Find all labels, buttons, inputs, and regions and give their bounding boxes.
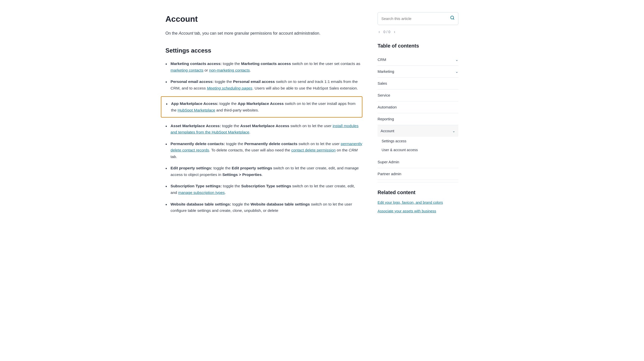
non-marketing-contacts-link[interactable]: non-marketing contacts (209, 68, 250, 72)
list-item-subscription-type: Subscription Type settings: toggle the S… (165, 183, 362, 196)
bold-middle: App Marketplace Access (238, 101, 284, 106)
svg-line-1 (453, 18, 454, 19)
list-item-edit-property: Edit property settings: toggle the Edit … (165, 165, 362, 178)
page-layout: Account On the Account tab, you can set … (145, 0, 499, 229)
related-title: Related content (378, 188, 458, 196)
toc-item-crm: CRM ⌄ (378, 54, 458, 66)
search-icon (450, 15, 455, 22)
toc-item-row-account[interactable]: Account ⌄ (378, 125, 458, 137)
list-item-permanently-delete: Permanently delete contacts: toggle the … (165, 141, 362, 160)
list-item-content: Subscription Type settings: toggle the S… (170, 183, 362, 196)
list-item-content: Permanently delete contacts: toggle the … (170, 141, 362, 160)
sidebar: ‹ 0 / 0 › Table of contents CRM ⌄ Market… (378, 10, 458, 219)
related-link-logo-favicon[interactable]: Edit your logo, favicon, and brand color… (378, 200, 458, 206)
intro-prefix: On the (165, 31, 179, 35)
list-item-personal-email: Personal email access: toggle the Person… (165, 78, 362, 91)
chevron-down-icon: ⌄ (455, 57, 458, 62)
toc-divider (378, 182, 458, 182)
search-input[interactable] (381, 16, 450, 21)
toc-item-account: Account ⌄ Settings access User & account… (378, 125, 458, 156)
list-item-content: Asset Marketplace Access: toggle the Ass… (170, 123, 362, 136)
toc-item-row-marketing[interactable]: Marketing ⌄ (378, 66, 458, 78)
bold-middle: Subscription Type settings (241, 184, 291, 188)
toc-label-automation: Automation (378, 104, 397, 110)
list-item-content: Edit property settings: toggle the Edit … (170, 165, 362, 178)
toc-sub-list-account: Settings access User & account access (378, 137, 458, 156)
intro-suffix: tab, you can set more granular permissio… (193, 31, 320, 35)
toc-sub-item-settings-access[interactable]: Settings access (382, 137, 458, 145)
list-item-website-database: Website database table settings: toggle … (165, 201, 362, 214)
page-title: Account (165, 13, 362, 26)
toc-item-automation: Automation (378, 101, 458, 113)
bold-end: Settings > Properties (222, 172, 261, 177)
bold-middle: Permanently delete contacts (244, 142, 297, 146)
toc-label-service: Service (378, 92, 390, 98)
toc-label-crm: CRM (378, 57, 386, 63)
bold-middle: Edit property settings (232, 166, 272, 170)
list-item-asset-marketplace: Asset Marketplace Access: toggle the Ass… (165, 123, 362, 136)
related-link-associate-assets[interactable]: Associate your assets with business (378, 209, 458, 214)
intro-italic: Account (179, 31, 193, 35)
bold-middle: Asset Marketplace Access (240, 124, 289, 128)
toc-label-reporting: Reporting (378, 116, 394, 122)
toc-item-row-service[interactable]: Service (378, 89, 458, 101)
toc-label-marketing: Marketing (378, 69, 394, 75)
toc-label-account: Account (381, 128, 394, 134)
toc-item-row-super-admin[interactable]: Super Admin (378, 156, 458, 168)
page-intro: On the Account tab, you can set more gra… (165, 30, 362, 37)
bold-label: Website database table settings: (170, 202, 231, 206)
bold-label: App Marketplace Access: (171, 101, 218, 106)
crm-italic: CRM (349, 148, 358, 152)
toc-label-sales: Sales (378, 80, 387, 86)
search-prev-button[interactable]: ‹ (378, 29, 381, 35)
toc-label-partner-admin: Partner admin (378, 171, 401, 177)
marketing-contacts-link[interactable]: marketing contacts (170, 68, 203, 72)
list-item-marketing-contacts: Marketing contacts access: toggle the Ma… (165, 60, 362, 73)
toc-item-row-automation[interactable]: Automation (378, 101, 458, 113)
list-item-app-marketplace: App Marketplace Access: toggle the App M… (161, 96, 362, 117)
search-next-button[interactable]: › (393, 29, 396, 35)
main-content: Account On the Account tab, you can set … (165, 10, 362, 219)
toc-item-row-sales[interactable]: Sales (378, 78, 458, 89)
related-content: Related content Edit your logo, favicon,… (378, 188, 458, 214)
contact-delete-permission-link[interactable]: contact delete permission (291, 148, 336, 152)
bullet-list: Marketing contacts access: toggle the Ma… (165, 60, 362, 214)
list-item-content: Personal email access: toggle the Person… (170, 78, 362, 91)
toc-sub-item-user-account-access[interactable]: User & account access (382, 146, 458, 154)
bold-label: Marketing contacts access: (170, 61, 221, 66)
toc-container: Table of contents CRM ⌄ Marketing ⌄ (378, 42, 458, 180)
chevron-down-icon: ⌄ (455, 69, 458, 74)
toc-item-service: Service (378, 89, 458, 101)
search-count: 0 / 0 (383, 29, 390, 35)
manage-subscription-types-link[interactable]: manage subscription types (178, 190, 225, 195)
toc-title: Table of contents (378, 42, 458, 50)
toc-item-marketing: Marketing ⌄ (378, 66, 458, 78)
toc-item-super-admin: Super Admin (378, 156, 458, 168)
list-item-content: Marketing contacts access: toggle the Ma… (170, 60, 362, 73)
hubspot-marketplace-link[interactable]: HubSpot Marketplace (178, 108, 215, 112)
chevron-down-icon: ⌄ (452, 128, 455, 134)
toc-item-row-reporting[interactable]: Reporting (378, 113, 458, 125)
bold-label: Asset Marketplace Access: (170, 124, 221, 128)
toc-item-sales: Sales (378, 78, 458, 89)
meeting-scheduling-link[interactable]: Meeting scheduling pages (207, 86, 252, 90)
section-heading: Settings access (165, 46, 362, 55)
toc-label-super-admin: Super Admin (378, 159, 399, 165)
list-item-content: App Marketplace Access: toggle the App M… (171, 100, 357, 113)
bold-label: Permanently delete contacts: (170, 142, 225, 146)
bold-middle: Website database table settings (251, 202, 310, 206)
search-nav: ‹ 0 / 0 › (378, 29, 458, 35)
toc-item-row-partner-admin[interactable]: Partner admin (378, 168, 458, 180)
toc-item-row-crm[interactable]: CRM ⌄ (378, 54, 458, 66)
search-box[interactable] (378, 12, 458, 25)
bold-middle: Marketing contacts access (241, 61, 291, 66)
bold-label: Personal email access: (170, 79, 214, 84)
toc-item-partner-admin: Partner admin (378, 168, 458, 180)
bold-label: Edit property settings: (170, 166, 212, 170)
list-item-content: Website database table settings: toggle … (170, 201, 362, 214)
bold-middle: Personal email access (233, 79, 275, 84)
bold-label: Subscription Type settings: (170, 184, 222, 188)
toc-list: CRM ⌄ Marketing ⌄ Sales (378, 54, 458, 180)
toc-item-reporting: Reporting (378, 113, 458, 125)
